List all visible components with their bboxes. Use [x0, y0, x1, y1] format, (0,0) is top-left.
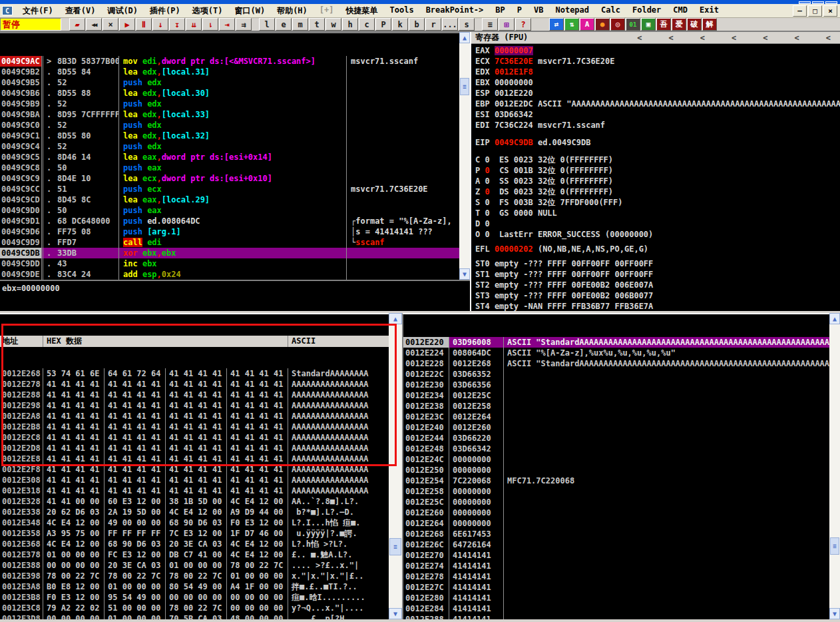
stack-row[interactable]: 0012E22003D96008ASCII "StandardAAAAAAAAA…	[403, 337, 829, 348]
disasm-row[interactable]: 0049C9DE.83C4 24add esp,0x24	[0, 269, 459, 280]
register-line[interactable]: EAX 00000007	[475, 45, 840, 56]
register-line[interactable]: EIP 0049C9DB ed.0049C9DB	[475, 137, 840, 148]
go-to-button[interactable]: ⇉	[236, 18, 252, 31]
animate-into-button[interactable]: ⇊	[186, 18, 202, 31]
dump-row[interactable]: 0012E29841 41 41 4141 41 41 4141 41 41 4…	[0, 400, 389, 411]
menu-item-13[interactable]: P	[511, 4, 528, 18]
register-line[interactable]: C 0 ES 0023 32位 0(FFFFFFFF)	[475, 155, 840, 165]
stack-row[interactable]: 0012E27841414141	[403, 571, 829, 582]
stack-row[interactable]: 0012E25800000000	[403, 486, 829, 497]
stack-row[interactable]: 0012E24403D66220	[403, 433, 829, 444]
dump-row[interactable]: 0012E2F841 41 41 4141 41 41 4141 41 41 4…	[0, 464, 389, 475]
scroll-up-arrow-icon[interactable]: ▲	[459, 32, 470, 43]
register-line[interactable]: Z 0 DS 0023 32位 0(FFFFFFFF)	[475, 186, 840, 197]
stack-row[interactable]: 0012E23003D66356	[403, 380, 829, 390]
windows-button[interactable]: ⊞	[499, 18, 515, 31]
scroll-track[interactable]	[459, 32, 470, 280]
register-line[interactable]: ECX 7C36E20E msvcr71.7C36E20E	[475, 56, 840, 67]
menu-item-9[interactable]: 快捷菜单	[340, 4, 384, 18]
dump-row[interactable]: 0012E2C841 41 41 4141 41 41 4141 41 41 4…	[0, 432, 389, 443]
dump-row[interactable]: 0012E2D841 41 41 4141 41 41 4141 41 41 4…	[0, 443, 389, 454]
stack-row[interactable]: 0012E28041414141	[403, 593, 829, 603]
menu-item-7[interactable]: 帮助(H)	[271, 4, 314, 18]
toolbar-letter-button-more[interactable]: ...	[442, 18, 458, 31]
stack-row[interactable]: 0012E25C00000000	[403, 497, 829, 507]
disasm-row[interactable]: 0049C9B2.8D55 84lea edx,[local.31]	[0, 67, 459, 77]
scroll-thumb[interactable]: ≡	[389, 538, 401, 555]
52pojie-po-icon[interactable]: 破	[687, 18, 702, 31]
disasm-row[interactable]: 0049C9C8.50push eax	[0, 162, 459, 173]
registers-pane[interactable]: 寄存器 (FPU) <<<<<<< EAX 00000007ECX 7C36E2…	[470, 32, 840, 311]
toolbar-letter-button-k[interactable]: k	[392, 18, 408, 31]
toolbar-letter-button-b[interactable]: b	[409, 18, 425, 31]
stack-row[interactable]: 0012E224008064DCASCII "%[A-Za-z],%ux%u,%…	[403, 348, 829, 358]
52pojie-jie-icon[interactable]: 解	[702, 18, 717, 31]
disasm-row[interactable]: 0049C9AC>8B3D 58377B00mov edi,dword ptr …	[0, 56, 459, 67]
toolbar-letter-button-s[interactable]: s	[459, 18, 475, 31]
stack-row[interactable]: 0012E2280012E268ASCII "StandardAAAAAAAAA…	[403, 358, 829, 369]
close-process-button[interactable]: ×	[103, 18, 118, 31]
stack-row[interactable]: 0012E2380012E258	[403, 401, 829, 412]
menu-item-19[interactable]: Exit	[694, 4, 725, 18]
register-line[interactable]: ST0 empty -??? FFFF 00FF00FF 00FF00FF	[475, 258, 840, 269]
register-line[interactable]: O 0 LastErr ERROR_SUCCESS (00000000)	[475, 229, 840, 240]
disasm-row[interactable]: 0049C9B9.52push edx	[0, 99, 459, 109]
disasm-row[interactable]: 0049C9DD.43inc ebx	[0, 258, 459, 269]
register-line[interactable]: EDI 7C36C224 msvcr71.sscanf	[475, 120, 840, 131]
scroll-up-arrow-icon[interactable]: ▲	[389, 313, 402, 324]
stack-row[interactable]: 0012E2547C220068MFC71.7C220068	[403, 475, 829, 486]
dump-row[interactable]: 0012E27841 41 41 4141 41 41 4141 41 41 4…	[0, 379, 389, 390]
disasm-row[interactable]: 0049C9D1.68 DC648000push ed.008064DC┌for…	[0, 216, 459, 226]
disasm-row[interactable]: 0049C9C0.52push edx	[0, 120, 459, 131]
scroll-down-arrow-icon[interactable]: ▼	[829, 608, 840, 619]
toolbar-letter-button-P[interactable]: P	[375, 18, 391, 31]
disassembly-pane[interactable]: 0049C9AC>8B3D 58377B00mov edi,dword ptr …	[0, 32, 459, 280]
menu-item-3[interactable]: 调试(D)	[101, 4, 144, 18]
dump-row[interactable]: 0012E37801 00 00 00FC E3 12 00DB C7 41 0…	[0, 549, 389, 560]
menu-item-12[interactable]: BP	[489, 4, 511, 18]
toolbar-letter-button-h[interactable]: h	[342, 18, 358, 31]
register-line[interactable]: ESI 03D66342	[475, 109, 840, 120]
open-file-button[interactable]: ▰	[69, 18, 85, 31]
dump-row[interactable]: 0012E28841 41 41 4141 41 41 4141 41 41 4…	[0, 390, 389, 400]
stack-row[interactable]: 0012E2340012E25C	[403, 390, 829, 401]
menu-item-4[interactable]: 插件(P)	[144, 4, 186, 18]
stack-row[interactable]: 0012E23C0012E264	[403, 412, 829, 422]
menu-item-1[interactable]: 文件(F)	[17, 4, 59, 18]
52pojie-wu-icon[interactable]: 吾	[656, 18, 671, 31]
dump-row[interactable]: 0012E2B841 41 41 4141 41 41 4141 41 41 4…	[0, 422, 389, 432]
breakpoint-ball-icon[interactable]: ●	[595, 18, 610, 31]
register-line[interactable]: ST3 empty -??? FFFF 00FE00B2 006B0077	[475, 290, 840, 301]
dump-row[interactable]: 0012E358A3 95 75 00FF FF FF FF7C E3 12 0…	[0, 528, 389, 539]
stack-scrollbar[interactable]: ▲ ≡ ▼	[829, 313, 840, 622]
monitor-icon[interactable]: ▣	[641, 18, 656, 31]
toolbar-letter-button-e[interactable]: e	[276, 18, 292, 31]
history-caret-4[interactable]: <	[732, 33, 736, 43]
52pojie-ai-icon[interactable]: 爱	[672, 18, 686, 31]
dump-row[interactable]: 0012E38800 00 00 0020 3E CA 0301 00 00 0…	[0, 560, 389, 571]
dump-row[interactable]: 0012E39878 00 22 7C78 00 22 7C78 00 22 7…	[0, 571, 389, 581]
history-caret-1[interactable]: <	[637, 33, 642, 43]
register-line[interactable]: S 0 FS 003B 32位 7FFDF000(FFF)	[475, 197, 840, 208]
menu-item-14[interactable]: VB	[528, 4, 549, 18]
dump-row[interactable]: 0012E33820 62 D6 032A 19 5D 004C E4 12 0…	[0, 507, 389, 517]
disasm-row[interactable]: 0049C9B6.8D55 88lea edx,[local.30]	[0, 88, 459, 99]
log-window-button[interactable]: ≡	[482, 18, 498, 31]
history-caret-2[interactable]: <	[669, 33, 674, 43]
scroll-track[interactable]	[389, 313, 402, 622]
toolbar-letter-button-m[interactable]: m	[292, 18, 308, 31]
execute-till-return-button[interactable]: ⇥	[219, 18, 235, 31]
disasm-row[interactable]: 0049C9DB.33DBxor ebx,ebx	[0, 248, 459, 258]
scroll-down-arrow-icon[interactable]: ▼	[389, 608, 402, 619]
dump-row[interactable]: 0012E2E841 41 41 4141 41 41 4141 41 41 4…	[0, 454, 389, 464]
dump-scrollbar[interactable]: ▲ ≡ ▼	[389, 313, 402, 622]
stack-row[interactable]: 0012E24C00000000	[403, 454, 829, 465]
dump-row[interactable]: 0012E30841 41 41 4141 41 41 4141 41 41 4…	[0, 475, 389, 485]
dump-row[interactable]: 0012E3B8F0 E3 12 0095 54 49 0000 00 00 0…	[0, 592, 389, 603]
step-over-button[interactable]: ↧	[169, 18, 185, 31]
restart-button[interactable]: ◀◀	[86, 18, 102, 31]
dump-row[interactable]: 0012E31841 41 41 4141 41 41 4141 41 41 4…	[0, 485, 389, 496]
register-line[interactable]: ST4 empty -NAN FFFF FFB36B77 FFB36E7A	[475, 301, 840, 311]
pause-button[interactable]: Ⅱ	[136, 18, 152, 31]
disasm-row[interactable]: 0049C9CD.8D45 8Clea eax,[local.29]	[0, 194, 459, 205]
